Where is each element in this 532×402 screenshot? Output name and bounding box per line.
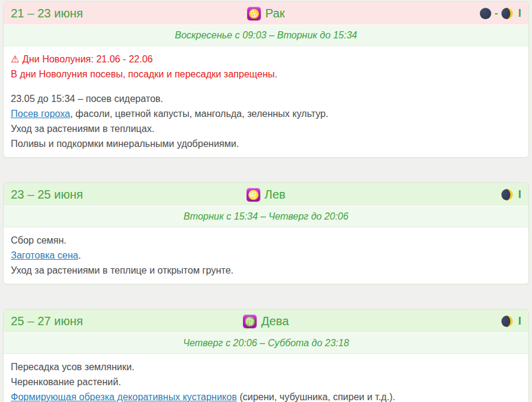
warning-title: Дни Новолуния: 21.06 - 22.06 (22, 54, 152, 64)
advice-text: . (78, 250, 80, 260)
card-header: 25 – 27 июня ♍ Дева I (4, 310, 528, 332)
moon-phase-group: I (289, 315, 521, 328)
moon-phase-group: - I (285, 7, 521, 20)
period-times: Четверг с 20:06 – Суббота до 23:18 (4, 332, 528, 354)
lunar-period-card: 21 – 23 июня ♋ Рак - I Воскресенье с 09:… (3, 1, 529, 158)
advice-link[interactable]: Формирующая обрезка декоративных кустарн… (11, 392, 237, 402)
advice-text: 23.05 до 15:34 – посев сидератов. (11, 94, 163, 104)
period-times: Воскресенье с 09:03 – Вторник до 15:34 (4, 25, 528, 46)
waxing-crescent-icon (501, 189, 513, 200)
lunar-period-card: 25 – 27 июня ♍ Дева I Четверг с 20:06 – … (3, 309, 529, 402)
zodiac-virgo-icon: ♍ (243, 314, 257, 328)
card-body: Сбор семян. Заготовка сена. Уход за раст… (4, 227, 528, 284)
advice-line: Поливы и подкормки минеральными удобрени… (11, 136, 521, 151)
date-range: 23 – 25 июня (11, 188, 247, 202)
advice-text: Сбор семян. (11, 235, 67, 245)
lunar-period-card: 23 – 25 июня ♌ Лев I Вторник с 15:34 – Ч… (3, 182, 529, 284)
advice-text: Черенкование растений. (11, 377, 121, 387)
new-moon-icon (480, 8, 491, 19)
moon-separator: - (495, 8, 498, 19)
zodiac-name: Дева (261, 314, 288, 328)
card-body: ⚠Дни Новолуния: 21.06 - 22.06 В дни Ново… (4, 46, 528, 157)
card-body: Пересадка усов земляники. Черенкование р… (4, 354, 528, 402)
phase-label: I (518, 7, 521, 20)
phase-label: I (518, 188, 521, 201)
zodiac-leo-icon: ♌ (247, 188, 260, 202)
advice-line: Пересадка усов земляники. (11, 359, 521, 374)
advice-text: Поливы и подкормки минеральными удобрени… (11, 139, 239, 149)
zodiac: ♌ Лев (247, 188, 285, 202)
advice-line: Черенкование растений. (11, 374, 521, 389)
advice-text: Уход за растениями в теплице и открытом … (11, 265, 233, 275)
card-header: 23 – 25 июня ♌ Лев I (4, 183, 528, 206)
card-header: 21 – 23 июня ♋ Рак - I (4, 2, 528, 25)
advice-link[interactable]: Заготовка сена (11, 250, 78, 260)
advice-line: 23.05 до 15:34 – посев сидератов. (11, 91, 521, 106)
advice-link[interactable]: Посев гороха (11, 109, 70, 119)
date-range: 21 – 23 июня (11, 7, 247, 20)
advice-text: Пересадка усов земляники. (11, 362, 134, 372)
warning-text: В дни Новолуния посевы, посадки и переса… (11, 67, 521, 82)
zodiac-name: Рак (265, 7, 285, 20)
waxing-crescent-icon (501, 316, 513, 327)
phase-label: I (518, 315, 521, 328)
advice-line: Посев гороха, фасоли, цветной капусты, м… (11, 106, 521, 121)
advice-line: Уход за растениями в теплицах. (11, 121, 521, 136)
period-times: Вторник с 15:34 – Четверг до 20:06 (4, 206, 528, 227)
warning-triangle-icon: ⚠ (11, 54, 19, 64)
advice-line: Уход за растениями в теплице и открытом … (11, 263, 521, 278)
advice-text: Уход за растениями в теплицах. (11, 124, 154, 134)
zodiac: ♋ Рак (247, 7, 285, 20)
calendar-page: 21 – 23 июня ♋ Рак - I Воскресенье с 09:… (0, 0, 532, 402)
warning-title-line: ⚠Дни Новолуния: 21.06 - 22.06 (11, 52, 521, 67)
new-moon-warning: ⚠Дни Новолуния: 21.06 - 22.06 В дни Ново… (11, 52, 521, 82)
waxing-crescent-icon (501, 8, 513, 19)
zodiac-cancer-icon: ♋ (247, 7, 261, 20)
advice-line: Заготовка сена. (11, 248, 521, 263)
advice-line: Сбор семян. (11, 233, 521, 248)
moon-phase-group: I (285, 188, 521, 201)
zodiac-name: Лев (265, 188, 285, 202)
advice-text: (сирени, чубушника, спиреи и т.д.). (237, 392, 395, 402)
date-range: 25 – 27 июня (11, 314, 243, 328)
advice-text: , фасоли, цветной капусты, мангольда, зе… (70, 109, 328, 119)
advice-line: Формирующая обрезка декоративных кустарн… (11, 389, 521, 402)
zodiac: ♍ Дева (243, 314, 288, 328)
